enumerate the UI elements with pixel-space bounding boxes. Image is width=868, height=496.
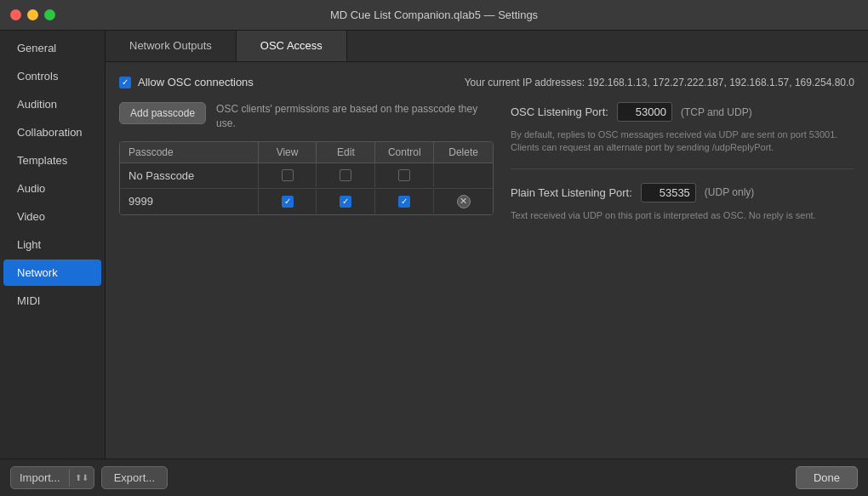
col-header-view: View (259, 142, 317, 162)
passcode-value: 9999 (120, 189, 259, 214)
view-check-0[interactable] (259, 163, 317, 187)
plain-text-port-note: (UDP only) (705, 186, 754, 198)
sidebar-item-general[interactable]: General (3, 35, 101, 61)
passcode-value: No Passcode (120, 163, 259, 188)
ip-addresses: Your current IP addresses: 192.168.1.13,… (465, 77, 854, 88)
col-header-edit: Edit (317, 142, 375, 162)
col-header-control: Control (375, 142, 434, 162)
sidebar-item-templates[interactable]: Templates (3, 147, 101, 174)
passcode-header-row: Add passcode OSC clients' permissions ar… (119, 102, 494, 131)
window-controls[interactable] (10, 9, 55, 20)
sidebar-item-collaboration[interactable]: Collaboration (3, 119, 101, 145)
control-check-1[interactable]: ✓ (375, 190, 434, 214)
bottom-left-controls: Import... ⬆⬇ Export... (10, 466, 168, 489)
control-checkbox-unchecked[interactable] (398, 169, 410, 181)
close-button[interactable] (10, 9, 21, 20)
plain-text-port-label: Plain Text Listening Port: (511, 186, 632, 199)
edit-checkbox-checked[interactable]: ✓ (340, 196, 351, 208)
osc-listening-desc: By default, replies to OSC messages rece… (511, 128, 854, 155)
table-row: No Passcode (120, 163, 493, 189)
maximize-button[interactable] (44, 9, 55, 20)
control-checkbox-checked[interactable]: ✓ (398, 196, 410, 208)
view-check-1[interactable]: ✓ (259, 190, 317, 214)
edit-checkbox-unchecked[interactable] (340, 169, 351, 181)
allow-osc-label: Allow OSC connections (138, 76, 254, 88)
sidebar-item-light[interactable]: Light (3, 231, 101, 258)
edit-check-1[interactable]: ✓ (317, 190, 375, 214)
table-row: 9999 ✓ ✓ ✓ ✕ (120, 189, 493, 214)
import-button[interactable]: Import... (11, 467, 69, 488)
table-header: Passcode View Edit Control Delete (120, 142, 493, 163)
osc-main: Add passcode OSC clients' permissions ar… (119, 102, 854, 445)
sidebar-item-network[interactable]: Network (3, 259, 101, 286)
sidebar: General Controls Audition Collaboration … (0, 31, 106, 459)
bottom-bar: Import... ⬆⬇ Export... Done (0, 459, 868, 496)
tab-osc-access[interactable]: OSC Access (237, 31, 347, 61)
col-header-passcode: Passcode (120, 142, 259, 162)
control-check-0[interactable] (375, 163, 434, 187)
passcode-panel: Add passcode OSC clients' permissions ar… (119, 102, 494, 445)
osc-settings-panel: OSC Listening Port: (TCP and UDP) By def… (511, 102, 854, 445)
import-select[interactable]: Import... ⬆⬇ (10, 466, 94, 489)
osc-divider (511, 168, 854, 169)
passcode-table: Passcode View Edit Control Delete No Pas… (119, 141, 494, 215)
tab-network-outputs[interactable]: Network Outputs (106, 31, 237, 61)
sidebar-item-video[interactable]: Video (3, 203, 101, 230)
osc-listening-port-row: OSC Listening Port: (TCP and UDP) (511, 102, 854, 122)
done-button[interactable]: Done (796, 466, 858, 489)
allow-osc-checkbox[interactable]: ✓ (119, 77, 131, 88)
tabs-bar: Network Outputs OSC Access (106, 31, 868, 62)
add-passcode-button[interactable]: Add passcode (119, 102, 206, 124)
edit-check-0[interactable] (317, 163, 375, 187)
allow-osc-row: ✓ Allow OSC connections (119, 76, 254, 88)
osc-listening-port-note: (TCP and UDP) (681, 106, 752, 118)
view-checkbox-unchecked[interactable] (282, 169, 294, 181)
main-layout: General Controls Audition Collaboration … (0, 31, 868, 459)
title-bar: MD Cue List Companion.qlab5 — Settings (0, 0, 868, 31)
osc-listening-port-label: OSC Listening Port: (511, 105, 608, 118)
plain-text-port-row: Plain Text Listening Port: (UDP only) (511, 183, 854, 202)
minimize-button[interactable] (27, 9, 38, 20)
delete-check-1[interactable]: ✕ (434, 189, 493, 214)
export-button[interactable]: Export... (101, 466, 168, 489)
plain-text-port-input[interactable] (641, 183, 696, 202)
sidebar-item-audio[interactable]: Audio (3, 175, 101, 202)
osc-header-row: ✓ Allow OSC connections Your current IP … (119, 76, 854, 88)
col-header-delete: Delete (434, 142, 493, 162)
import-chevron-button[interactable]: ⬆⬇ (69, 469, 94, 487)
window-title: MD Cue List Companion.qlab5 — Settings (330, 9, 538, 21)
view-checkbox-checked[interactable]: ✓ (282, 196, 294, 208)
delete-row-button[interactable]: ✕ (457, 195, 471, 208)
plain-text-desc: Text received via UDP on this port is in… (511, 209, 854, 222)
sidebar-item-controls[interactable]: Controls (3, 63, 101, 89)
osc-access-content: ✓ Allow OSC connections Your current IP … (106, 62, 868, 459)
delete-check-0[interactable] (434, 169, 493, 181)
sidebar-item-midi[interactable]: MIDI (3, 288, 101, 314)
content-area: Network Outputs OSC Access ✓ Allow OSC c… (106, 31, 868, 459)
passcode-hint: OSC clients' permissions are based on th… (216, 102, 494, 131)
sidebar-item-audition[interactable]: Audition (3, 91, 101, 117)
osc-listening-port-input[interactable] (617, 102, 672, 122)
